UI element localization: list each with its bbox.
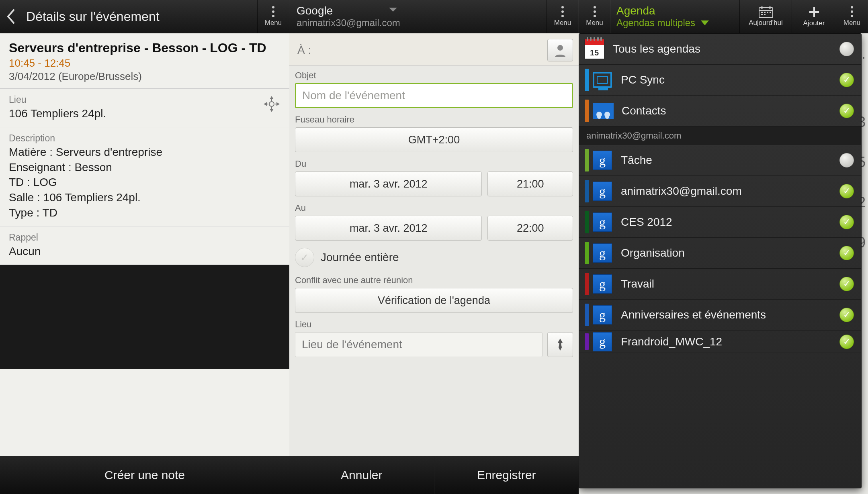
svg-rect-6 [770, 12, 771, 13]
calendar-item[interactable]: Contacts✓ [579, 96, 861, 127]
from-time-button[interactable]: 21:00 [487, 171, 573, 196]
to-time-button[interactable]: 22:00 [487, 216, 573, 241]
google-icon: g [593, 212, 612, 232]
reminder-label: Rappel [9, 232, 280, 243]
subject-label: Objet [295, 70, 573, 81]
calendar-item[interactable]: 15Tous les agendas [579, 34, 861, 65]
google-icon: g [593, 305, 612, 325]
account-name: Google [297, 4, 333, 17]
checkbox-checked-icon: ✓ [839, 104, 854, 118]
add-button[interactable]: Ajouter [792, 0, 836, 33]
agenda-dropdown[interactable]: Agenda Agendas multiples [611, 4, 739, 29]
account-email: animatrix30@gmail.com [297, 17, 541, 29]
form-body: À : Objet Fuseau horaire GMT+2:00 Du mar… [289, 33, 579, 456]
event-title: Serveurs d'entreprise - Besson - LOG - T… [9, 41, 280, 55]
checkbox-checked-icon: ✓ [839, 73, 854, 87]
subject-group: Objet [295, 70, 573, 108]
menu-button[interactable]: Menu [579, 0, 611, 33]
create-note-button[interactable]: Créer une note [0, 456, 289, 494]
conflict-group: Conflit avec une autre réunion Vérificat… [295, 275, 573, 313]
calendar-item[interactable]: gCES 2012✓ [579, 207, 861, 238]
reminder-section[interactable]: Rappel Aucun [0, 226, 289, 265]
calendar-item[interactable]: gOrganisation✓ [579, 238, 861, 269]
save-button[interactable]: Enregistrer [434, 456, 579, 494]
more-icon [272, 6, 274, 17]
back-button[interactable] [0, 0, 22, 33]
pin-location-button[interactable] [547, 332, 573, 357]
menu-button[interactable]: Menu [257, 0, 289, 33]
more-icon [561, 6, 564, 17]
calendar-item-label: Tâche [621, 154, 839, 167]
plus-icon [808, 6, 821, 18]
calendar-item[interactable]: PC Sync✓ [579, 65, 861, 96]
calendar-item[interactable]: gTravail✓ [579, 269, 861, 300]
event-body: Serveurs d'entreprise - Besson - LOG - T… [0, 33, 289, 456]
from-group: Du mar. 3 avr. 2012 21:00 [295, 159, 573, 196]
menu-label: Menu [554, 19, 571, 27]
svg-point-0 [269, 102, 274, 106]
from-date-button[interactable]: mar. 3 avr. 2012 [295, 171, 482, 196]
checkbox-checked-icon: ✓ [839, 246, 854, 260]
agenda-title: Agenda [616, 4, 734, 17]
from-label: Du [295, 159, 573, 169]
google-icon: g [593, 243, 612, 263]
description-value: Matière : Serveurs d'entrepriseEnseignan… [9, 145, 280, 220]
page-title: Détails sur l'événement [22, 9, 257, 24]
svg-rect-8 [764, 14, 766, 15]
location-section[interactable]: Lieu 106 Templiers 24pl. [0, 89, 289, 127]
checkbox-checked-icon: ✓ [839, 184, 854, 198]
google-icon: g [593, 151, 612, 170]
calendar-item[interactable]: gTâche [579, 145, 861, 176]
more-icon [594, 6, 596, 17]
add-label: Ajouter [803, 19, 825, 27]
checkbox-checked-icon: ✓ [839, 335, 854, 349]
conflict-label: Conflit avec une autre réunion [295, 275, 573, 286]
calendar-item[interactable]: ganimatrix30@gmail.com✓ [579, 176, 861, 207]
location-group: Lieu [295, 319, 573, 357]
chevron-down-icon [701, 20, 709, 25]
google-icon: g [593, 274, 612, 294]
more-icon [851, 6, 853, 17]
person-icon [553, 43, 567, 57]
navigate-icon[interactable] [264, 96, 280, 115]
check-agenda-button[interactable]: Vérification de l'agenda [295, 288, 573, 313]
svg-rect-3 [761, 12, 763, 13]
account-selector[interactable]: Google animatrix30@gmail.com [289, 4, 547, 29]
recipients-input[interactable] [317, 40, 543, 61]
cancel-button[interactable]: Annuler [289, 456, 434, 494]
svg-point-1 [557, 45, 563, 51]
google-icon: g [593, 182, 612, 201]
menu-button-right[interactable]: Menu [836, 0, 868, 33]
reminder-value: Aucun [9, 244, 280, 259]
calendar-icon [759, 6, 773, 18]
svg-rect-4 [764, 12, 766, 13]
calendar-item-label: Travail [621, 278, 839, 290]
calendar-item[interactable]: gAnniversaires et événements✓ [579, 300, 861, 331]
actionbar: Détails sur l'événement Menu [0, 0, 289, 33]
actionbar: Google animatrix30@gmail.com Menu [289, 0, 579, 33]
description-line: Enseignant : Besson [9, 160, 280, 175]
chevron-down-icon [389, 8, 397, 12]
description-line: Type : TD [9, 205, 280, 220]
all-day-label: Journée entière [321, 251, 399, 264]
calendar-item[interactable]: gFrandroid_MWC_12✓ [579, 331, 861, 353]
account-section-header: animatrix30@gmail.com [579, 127, 861, 145]
timezone-button[interactable]: GMT+2:00 [295, 127, 573, 152]
subject-input[interactable] [295, 83, 573, 108]
description-line: Matière : Serveurs d'entreprise [9, 145, 280, 160]
chevron-left-icon [6, 9, 15, 24]
pick-contact-button[interactable] [547, 39, 573, 61]
agenda-subtitle: Agendas multiples [616, 17, 695, 29]
to-date-button[interactable]: mar. 3 avr. 2012 [295, 216, 482, 241]
contacts-icon [593, 103, 614, 119]
location-input[interactable] [295, 332, 542, 357]
svg-rect-7 [761, 14, 763, 15]
today-button[interactable]: Aujourd'hui [739, 0, 792, 33]
timezone-label: Fuseau horaire [295, 114, 573, 125]
all-day-toggle[interactable]: ✓ Journée entière [295, 247, 573, 269]
google-icon: g [593, 332, 612, 351]
menu-button[interactable]: Menu [547, 0, 579, 33]
location-label: Lieu [9, 94, 280, 105]
event-header: Serveurs d'entreprise - Besson - LOG - T… [0, 33, 289, 89]
pc-sync-icon [593, 72, 612, 88]
